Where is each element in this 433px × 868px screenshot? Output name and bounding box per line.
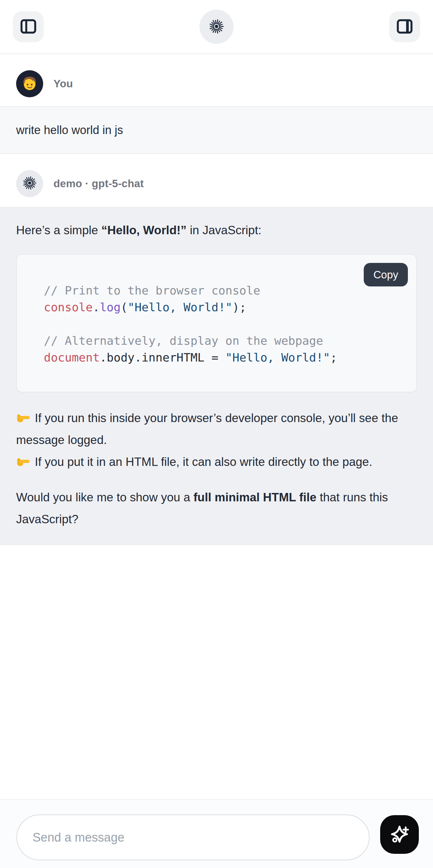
model-button[interactable] (199, 10, 234, 44)
panel-toggle-button[interactable] (389, 11, 420, 42)
assistant-message: Here’s a simple “Hello, World!” in JavaS… (0, 207, 433, 545)
chat-screen: You write hello world in js demo · gpt-5… (0, 0, 433, 868)
starburst-icon (22, 176, 37, 192)
user-avatar (16, 70, 43, 97)
assistant-avatar (16, 170, 43, 197)
user-sender-name: You (54, 78, 73, 90)
code-content: // Print to the browser consoleconsole.l… (44, 282, 403, 366)
assistant-sender-row: demo · gpt-5-chat (16, 170, 417, 197)
pointing-right-icon (16, 410, 30, 424)
assistant-intro-paragraph: Here’s a simple “Hello, World!” in JavaS… (16, 220, 417, 241)
top-bar (0, 0, 433, 54)
assistant-sender-name: demo · gpt-5-chat (54, 178, 144, 190)
panel-left-icon (19, 17, 38, 37)
pointing-right-icon (16, 454, 30, 468)
note-line: If you run this inside your browser’s de… (16, 407, 417, 451)
sparkle-icon (389, 824, 410, 846)
note-line: If you put it in an HTML file, it can al… (16, 451, 417, 473)
code-block: Copy // Print to the browser consolecons… (16, 254, 417, 393)
user-message: write hello world in js (0, 106, 433, 154)
note-text: If you run this inside your browser’s de… (16, 411, 398, 446)
message-input[interactable] (17, 814, 370, 860)
assistant-notes: If you run this inside your browser’s de… (16, 407, 417, 473)
send-button[interactable] (380, 815, 419, 854)
panel-right-icon (395, 17, 414, 37)
composer-bar (0, 799, 433, 868)
sidebar-toggle-button[interactable] (13, 11, 44, 42)
user-sender-row: You (16, 70, 417, 97)
note-text: If you put it in an HTML file, it can al… (35, 455, 372, 468)
assistant-followup-paragraph: Would you like me to show you a full min… (16, 487, 417, 530)
copy-code-button[interactable]: Copy (364, 263, 408, 286)
starburst-icon (209, 19, 224, 35)
person-emoji-icon (20, 74, 39, 94)
